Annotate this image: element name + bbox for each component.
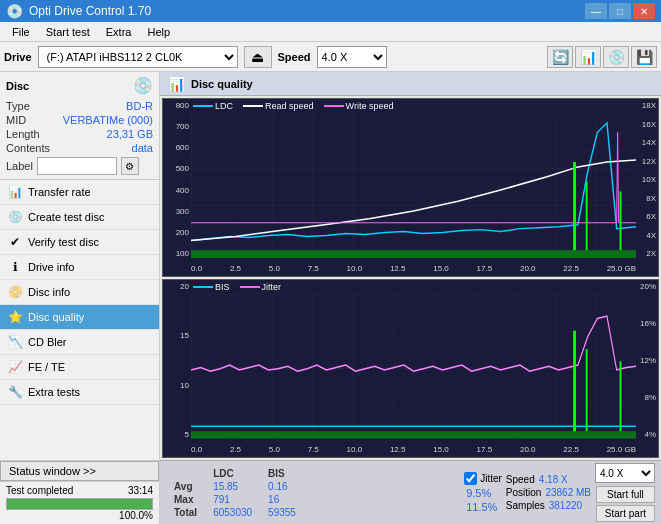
toolbar-disc-btn[interactable]: 💿 (603, 46, 629, 68)
sidebar-item-cd-bler[interactable]: 📉 CD Bler (0, 330, 159, 355)
progress-pct: 100.0% (119, 510, 153, 521)
action-section: 4.0 X Start full Start part (595, 463, 655, 522)
disc-label-button[interactable]: ⚙ (121, 157, 139, 175)
disc-mid-row: MID VERBATIMe (000) (6, 113, 153, 127)
disc-icon: 💿 (133, 76, 153, 95)
stats-bar: LDC BIS Avg 15.85 0.16 Max 791 16 Tota (160, 460, 661, 524)
status-window-button[interactable]: Status window >> (0, 461, 159, 481)
progress-bar-outer (6, 498, 153, 510)
cd-bler-icon: 📉 (8, 335, 22, 349)
status-text: Test completed (6, 485, 73, 496)
stats-total-label: Total (166, 506, 205, 519)
legend-bis: BIS (193, 282, 230, 292)
top-chart-legend: LDC Read speed Write speed (193, 101, 393, 111)
sidebar-item-disc-info[interactable]: 📀 Disc info (0, 280, 159, 305)
status-time: 33:14 (128, 485, 153, 496)
menu-extra[interactable]: Extra (98, 24, 140, 40)
minimize-button[interactable]: — (585, 3, 607, 19)
close-button[interactable]: ✕ (633, 3, 655, 19)
samples-label: Samples (506, 500, 545, 511)
disc-label-label: Label (6, 160, 33, 172)
stats-avg-label: Avg (166, 480, 205, 493)
speed-curr-label: Speed (506, 474, 535, 485)
progress-bar-inner (7, 499, 152, 509)
jitter-checkbox[interactable] (464, 472, 477, 485)
legend-write-speed-label: Write speed (346, 101, 394, 111)
toolbar-graph-btn[interactable]: 📊 (575, 46, 601, 68)
legend-read-speed-label: Read speed (265, 101, 314, 111)
eject-button[interactable]: ⏏ (244, 46, 272, 68)
stats-total-ldc: 6053030 (205, 506, 260, 519)
status-window-label: Status window >> (9, 465, 96, 477)
bottom-chart-y-axis-left: 20 15 10 5 (163, 280, 191, 441)
top-chart-x-axis: 0.0 2.5 5.0 7.5 10.0 12.5 15.0 17.5 20.0… (191, 260, 636, 276)
y-left-400: 400 (176, 186, 189, 195)
sidebar-item-disc-quality[interactable]: ⭐ Disc quality (0, 305, 159, 330)
fe-te-icon: 📈 (8, 360, 22, 374)
disc-contents-label: Contents (6, 142, 50, 154)
sidebar-item-verify-test-disc[interactable]: ✔ Verify test disc (0, 230, 159, 255)
speed-select-small[interactable]: 4.0 X (595, 463, 655, 483)
drive-info-icon: ℹ (8, 260, 22, 274)
toolbar-refresh-btn[interactable]: 🔄 (547, 46, 573, 68)
y-left-700: 700 (176, 122, 189, 131)
menu-start-test[interactable]: Start test (38, 24, 98, 40)
menu-file[interactable]: File (4, 24, 38, 40)
content-title: Disc quality (191, 78, 253, 90)
sidebar-item-create-test-disc[interactable]: 💿 Create test disc (0, 205, 159, 230)
disc-panel: Disc 💿 Type BD-R MID VERBATIMe (000) Len… (0, 72, 159, 180)
svg-rect-8 (620, 191, 622, 250)
top-chart-svg (191, 113, 636, 260)
bottom-chart: BIS Jitter 20 15 10 5 (162, 279, 659, 458)
verify-disc-icon: ✔ (8, 235, 22, 249)
sidebar-item-fe-te[interactable]: 📈 FE / TE (0, 355, 159, 380)
speed-select[interactable]: 4.0 X (317, 46, 387, 68)
disc-title: Disc (6, 80, 29, 92)
stats-max-ldc: 791 (205, 493, 260, 506)
titlebar: 💿 Opti Drive Control 1.70 — □ ✕ (0, 0, 661, 22)
stats-header-ldc: LDC (205, 467, 260, 480)
svg-rect-15 (573, 331, 576, 431)
drivebar: Drive (F:) ATAPI iHBS112 2 CL0K ⏏ Speed … (0, 42, 661, 72)
start-full-button[interactable]: Start full (596, 486, 655, 503)
disc-label-input[interactable] (37, 157, 117, 175)
y-left-600: 600 (176, 143, 189, 152)
svg-rect-5 (191, 250, 636, 258)
create-disc-icon: 💿 (8, 210, 22, 224)
legend-write-speed: Write speed (324, 101, 394, 111)
drive-select[interactable]: (F:) ATAPI iHBS112 2 CL0K (38, 46, 238, 68)
y-left-800: 800 (176, 101, 189, 110)
speed-label: Speed (278, 51, 311, 63)
speed-curr-value: 4.18 X (539, 474, 568, 485)
jitter-check-row: Jitter (464, 472, 502, 485)
sidebar-item-label-extra-tests: Extra tests (28, 386, 80, 398)
progress-area: Test completed 33:14 100.0% (0, 481, 159, 524)
menu-help[interactable]: Help (139, 24, 178, 40)
sidebar-item-drive-info[interactable]: ℹ Drive info (0, 255, 159, 280)
legend-ldc-label: LDC (215, 101, 233, 111)
y-left-300: 300 (176, 207, 189, 216)
jitter-max-value: 11.5% (466, 501, 500, 513)
bottom-chart-x-axis: 0.0 2.5 5.0 7.5 10.0 12.5 15.0 17.5 20.0… (191, 441, 636, 457)
samples-value: 381220 (549, 500, 582, 511)
legend-read-speed: Read speed (243, 101, 314, 111)
stats-max-label: Max (166, 493, 205, 506)
menubar: File Start test Extra Help (0, 22, 661, 42)
sidebar: Disc 💿 Type BD-R MID VERBATIMe (000) Len… (0, 72, 160, 524)
speed-current-row: Speed 4.18 X (506, 474, 591, 485)
start-part-button[interactable]: Start part (596, 505, 655, 522)
sidebar-item-transfer-rate[interactable]: 📊 Transfer rate (0, 180, 159, 205)
legend-jitter: Jitter (240, 282, 282, 292)
legend-ldc: LDC (193, 101, 233, 111)
jitter-section: Jitter 9.5% 11.5% (464, 470, 502, 515)
toolbar-save-btn[interactable]: 💾 (631, 46, 657, 68)
stats-table: LDC BIS Avg 15.85 0.16 Max 791 16 Tota (166, 467, 460, 519)
samples-row: Samples 381220 (506, 500, 591, 511)
disc-length-row: Length 23,31 GB (6, 127, 153, 141)
action-buttons: Start full Start part (596, 486, 655, 522)
y-left-500: 500 (176, 164, 189, 173)
sidebar-item-extra-tests[interactable]: 🔧 Extra tests (0, 380, 159, 405)
status-section: Status window >> Test completed 33:14 10… (0, 460, 159, 524)
jitter-avg-value: 9.5% (466, 487, 500, 499)
maximize-button[interactable]: □ (609, 3, 631, 19)
